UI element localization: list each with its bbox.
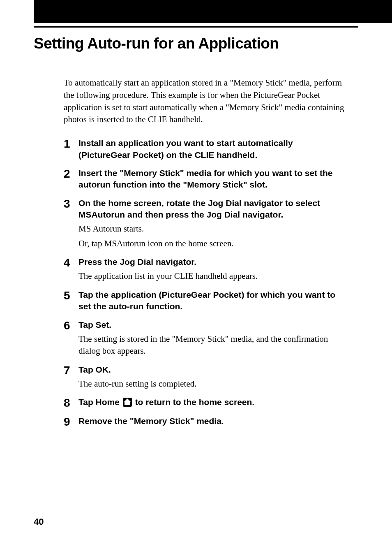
step-body: On the home screen, rotate the Jog Dial … (78, 197, 347, 250)
step-body: Install an application you want to start… (78, 137, 347, 161)
step-head: Insert the "Memory Stick" media for whic… (78, 167, 347, 191)
step-number: 7 (64, 365, 78, 376)
step-7: 7 Tap OK. The auto-run setting is comple… (64, 364, 347, 390)
step-number: 4 (64, 257, 78, 269)
step-4: 4 Press the Jog Dial navigator. The appl… (64, 256, 347, 283)
step-head: Tap Set. (78, 319, 347, 331)
step-number: 9 (64, 416, 78, 428)
intro-paragraph: To automatically start an application st… (64, 77, 347, 126)
step-body: Tap OK. The auto-run setting is complete… (78, 364, 347, 390)
steps-list: 1 Install an application you want to sta… (64, 137, 347, 428)
step-9: 9 Remove the "Memory Stick" media. (64, 415, 347, 428)
step-head: Tap OK. (78, 364, 347, 375)
step-body: Insert the "Memory Stick" media for whic… (78, 167, 347, 191)
step-number: 3 (64, 198, 78, 210)
page: Setting Auto-run for an Application To a… (0, 0, 392, 556)
step-2: 2 Insert the "Memory Stick" media for wh… (64, 167, 347, 191)
page-number: 40 (34, 517, 44, 527)
step-head: Install an application you want to start… (78, 137, 347, 161)
step-3: 3 On the home screen, rotate the Jog Dia… (64, 197, 347, 250)
step-head: On the home screen, rotate the Jog Dial … (78, 197, 347, 221)
horizontal-rule (34, 26, 358, 28)
step-desc: The setting is stored in the "Memory Sti… (78, 333, 347, 357)
step-1: 1 Install an application you want to sta… (64, 137, 347, 161)
step-body: Tap Set. The setting is stored in the "M… (78, 319, 347, 357)
step-desc: MS Autorun starts. (78, 223, 347, 235)
step-5: 5 Tap the application (PictureGear Pocke… (64, 289, 347, 313)
step-body: Tap the application (PictureGear Pocket)… (78, 289, 347, 313)
home-icon (123, 398, 132, 407)
step-number: 1 (64, 138, 78, 150)
content-block: To automatically start an application st… (64, 77, 347, 428)
step-8: 8 Tap Home to return to the home screen. (64, 396, 347, 409)
step-head: Remove the "Memory Stick" media. (78, 415, 347, 427)
step-body: Press the Jog Dial navigator. The applic… (78, 256, 347, 283)
step-body: Remove the "Memory Stick" media. (78, 415, 347, 427)
step-head: Tap Home to return to the home screen. (78, 396, 347, 408)
page-title: Setting Auto-run for an Application (34, 35, 358, 52)
step-number: 2 (64, 168, 78, 180)
step-head-pre: Tap Home (78, 397, 122, 407)
step-6: 6 Tap Set. The setting is stored in the … (64, 319, 347, 357)
step-desc: Or, tap MSAutorun icon on the home scree… (78, 238, 347, 250)
step-desc: The application list in your CLIE handhe… (78, 270, 347, 282)
step-head: Press the Jog Dial navigator. (78, 256, 347, 268)
step-number: 6 (64, 320, 78, 331)
step-desc: The auto-run setting is completed. (78, 378, 347, 390)
step-head: Tap the application (PictureGear Pocket)… (78, 289, 347, 313)
step-head-post: to return to the home screen. (133, 397, 254, 407)
header-bar (34, 0, 392, 23)
step-number: 8 (64, 397, 78, 409)
step-number: 5 (64, 290, 78, 301)
step-body: Tap Home to return to the home screen. (78, 396, 347, 408)
